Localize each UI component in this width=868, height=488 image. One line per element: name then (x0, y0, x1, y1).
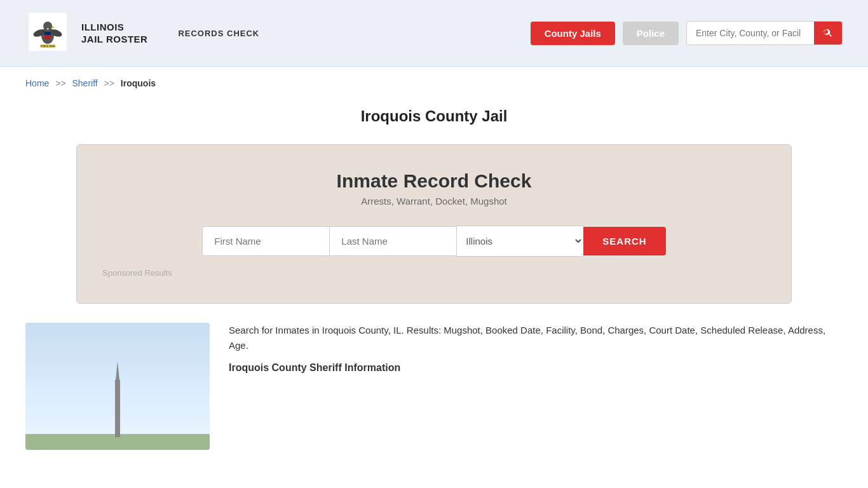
logo-area: ★ STATE SEAL ILLINOIS JAIL ROSTER RECORD… (25, 13, 259, 53)
section-heading: Iroquois County Sheriff Information (229, 360, 843, 376)
header-right: County Jails Police (531, 21, 843, 45)
breadcrumb-home[interactable]: Home (25, 78, 49, 88)
tower-graphic (115, 380, 120, 437)
breadcrumb-sheriff[interactable]: Sheriff (72, 78, 98, 88)
breadcrumb-current: Iroquois (121, 78, 156, 88)
bottom-section: Search for Inmates in Iroquois County, I… (0, 323, 868, 475)
county-jails-button[interactable]: County Jails (531, 22, 615, 45)
header: ★ STATE SEAL ILLINOIS JAIL ROSTER RECORD… (0, 0, 868, 67)
header-search-button[interactable] (814, 22, 842, 44)
last-name-input[interactable] (329, 226, 456, 256)
page-title-area: Iroquois County Jail (0, 95, 868, 144)
logo-text: ILLINOIS JAIL ROSTER (81, 21, 147, 46)
search-icon (823, 28, 833, 38)
first-name-input[interactable] (202, 226, 329, 256)
record-check-title: Inmate Record Check (102, 170, 766, 192)
record-check-form: IllinoisAlabamaAlaskaArizonaArkansasCali… (102, 226, 766, 257)
police-button[interactable]: Police (623, 22, 679, 45)
sponsored-results: Sponsored Results (102, 268, 766, 278)
breadcrumb-sep2: >> (104, 78, 114, 88)
record-search-button[interactable]: SEARCH (583, 227, 665, 255)
svg-text:STATE SEAL: STATE SEAL (41, 44, 56, 48)
description-text: Search for Inmates in Iroquois County, I… (229, 323, 843, 353)
svg-rect-7 (44, 32, 51, 35)
record-check-box: Inmate Record Check Arrests, Warrant, Do… (76, 144, 792, 304)
header-search-container (686, 21, 843, 45)
location-image (25, 323, 210, 450)
breadcrumb: Home >> Sheriff >> Iroquois (0, 67, 868, 95)
breadcrumb-sep1: >> (55, 78, 65, 88)
record-check-subtitle: Arrests, Warrant, Docket, Mugshot (102, 196, 766, 207)
logo-image: ★ STATE SEAL (25, 13, 70, 53)
page-title: Iroquois County Jail (25, 107, 843, 125)
bottom-text: Search for Inmates in Iroquois County, I… (229, 323, 843, 383)
state-select[interactable]: IllinoisAlabamaAlaskaArizonaArkansasCali… (456, 226, 583, 257)
header-search-input[interactable] (687, 22, 814, 44)
records-check-label: RECORDS CHECK (178, 29, 259, 38)
